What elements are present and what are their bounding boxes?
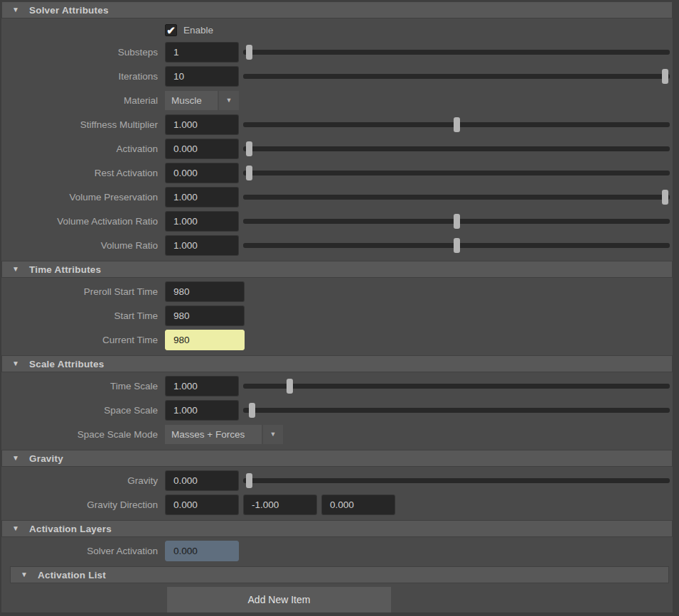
slider-track[interactable]: [243, 478, 670, 483]
space-scale-mode-row: Space Scale Mode Masses + Forces ▼: [1, 424, 673, 445]
substeps-row: Substeps 1: [1, 42, 673, 63]
volume-preservation-field[interactable]: 1.000: [165, 187, 239, 207]
material-dropdown-arrow[interactable]: ▼: [219, 91, 239, 110]
slider-track[interactable]: [243, 408, 670, 413]
start-time-row: Start Time 980: [1, 306, 673, 326]
time-scale-row: Time Scale 1.000: [1, 376, 673, 396]
gravity-row: Gravity 0.000: [1, 470, 673, 491]
activation-field[interactable]: 0.000: [165, 139, 239, 159]
slider-handle[interactable]: [454, 238, 460, 253]
activation-slider[interactable]: [243, 139, 670, 159]
volume-ratio-field[interactable]: 1.000: [165, 235, 239, 256]
section-title: Gravity: [29, 453, 63, 464]
slider-track[interactable]: [243, 50, 670, 55]
collapse-triangle-icon[interactable]: ▼: [2, 455, 29, 462]
slider-handle[interactable]: [662, 190, 668, 205]
gravity-direction-y-field[interactable]: -1.000: [243, 495, 317, 515]
add-new-item-button[interactable]: Add New Item: [167, 587, 391, 612]
space-scale-mode-dropdown-value[interactable]: Masses + Forces: [165, 425, 262, 444]
slider-track[interactable]: [243, 146, 670, 151]
material-dropdown[interactable]: Muscle ▼: [165, 91, 239, 110]
volume-ratio-label: Volume Ratio: [1, 240, 165, 251]
gravity-slider[interactable]: [243, 470, 670, 491]
check-icon: ✔: [166, 25, 176, 36]
slider-handle[interactable]: [454, 214, 460, 229]
collapse-triangle-icon[interactable]: ▼: [2, 525, 29, 532]
space-scale-label: Space Scale: [1, 405, 165, 416]
gravity-field[interactable]: 0.000: [165, 470, 239, 491]
stiffness-multiplier-slider[interactable]: [243, 114, 670, 135]
volume-preservation-label: Volume Preservation: [1, 192, 165, 202]
start-time-label: Start Time: [1, 310, 165, 321]
gravity-direction-label: Gravity Direction: [1, 499, 165, 510]
volume-activation-ratio-slider[interactable]: [243, 211, 670, 232]
start-time-field[interactable]: 980: [165, 306, 245, 326]
slider-handle[interactable]: [249, 403, 255, 418]
activation-row: Activation 0.000: [1, 139, 673, 159]
substeps-field[interactable]: 1: [165, 42, 239, 63]
slider-track[interactable]: [243, 74, 670, 79]
iterations-label: Iterations: [1, 71, 165, 82]
preroll-start-time-field[interactable]: 980: [165, 281, 245, 302]
section-header-activation-layers[interactable]: ▼ Activation Layers: [1, 520, 673, 537]
slider-track[interactable]: [243, 195, 670, 200]
gravity-direction-z-field[interactable]: 0.000: [321, 495, 395, 515]
slider-handle[interactable]: [246, 45, 252, 60]
section-header-time-attributes[interactable]: ▼ Time Attributes: [1, 261, 673, 278]
stiffness-multiplier-label: Stiffness Multiplier: [1, 119, 165, 130]
space-scale-mode-dropdown[interactable]: Masses + Forces ▼: [165, 425, 283, 444]
space-scale-mode-dropdown-arrow[interactable]: ▼: [263, 425, 283, 444]
gravity-direction-x-field[interactable]: 0.000: [165, 495, 239, 515]
slider-handle[interactable]: [662, 69, 668, 84]
stiffness-multiplier-field[interactable]: 1.000: [165, 114, 239, 135]
time-scale-field[interactable]: 1.000: [165, 376, 239, 396]
volume-activation-ratio-row: Volume Activation Ratio 1.000: [1, 211, 673, 232]
solver-activation-field[interactable]: 0.000: [165, 541, 239, 561]
substeps-label: Substeps: [1, 47, 165, 58]
preroll-start-time-row: Preroll Start Time 980: [1, 281, 673, 302]
rest-activation-field[interactable]: 0.000: [165, 163, 239, 183]
section-header-gravity[interactable]: ▼ Gravity: [1, 450, 673, 467]
collapse-triangle-icon[interactable]: ▼: [2, 266, 29, 273]
rest-activation-row: Rest Activation 0.000: [1, 163, 673, 183]
space-scale-mode-label: Space Scale Mode: [1, 429, 165, 440]
section-header-solver-attributes[interactable]: ▼ Solver Attributes: [1, 1, 673, 18]
slider-handle[interactable]: [454, 117, 460, 132]
solver-activation-row: Solver Activation 0.000: [1, 541, 673, 561]
current-time-field[interactable]: 980: [165, 330, 245, 350]
space-scale-row: Space Scale 1.000: [1, 400, 673, 421]
gravity-label: Gravity: [1, 475, 165, 486]
slider-track[interactable]: [243, 384, 670, 389]
iterations-row: Iterations 10: [1, 66, 673, 87]
material-label: Material: [1, 95, 165, 106]
space-scale-slider[interactable]: [243, 400, 670, 421]
section-header-scale-attributes[interactable]: ▼ Scale Attributes: [1, 355, 673, 372]
section-title: Scale Attributes: [29, 359, 104, 369]
current-time-label: Current Time: [1, 335, 165, 345]
time-scale-slider[interactable]: [243, 376, 670, 396]
slider-handle[interactable]: [287, 379, 293, 394]
volume-preservation-slider[interactable]: [243, 187, 670, 207]
gravity-direction-row: Gravity Direction 0.000 -1.000 0.000: [1, 495, 673, 515]
volume-activation-ratio-field[interactable]: 1.000: [165, 211, 239, 232]
slider-track[interactable]: [243, 171, 670, 175]
iterations-slider[interactable]: [243, 66, 670, 87]
chevron-down-icon: ▼: [226, 97, 232, 104]
slider-handle[interactable]: [246, 473, 252, 488]
volume-activation-ratio-label: Volume Activation Ratio: [1, 216, 165, 227]
section-header-activation-list[interactable]: ▼ Activation List: [10, 566, 669, 583]
collapse-triangle-icon[interactable]: ▼: [2, 360, 29, 367]
substeps-slider[interactable]: [243, 42, 670, 63]
rest-activation-slider[interactable]: [243, 163, 670, 183]
space-scale-field[interactable]: 1.000: [165, 400, 239, 421]
slider-handle[interactable]: [246, 141, 252, 156]
volume-ratio-slider[interactable]: [243, 235, 670, 256]
material-row: Material Muscle ▼: [1, 90, 673, 111]
iterations-field[interactable]: 10: [165, 66, 239, 87]
enable-checkbox[interactable]: ✔: [165, 24, 177, 36]
slider-handle[interactable]: [246, 166, 252, 180]
collapse-triangle-icon[interactable]: ▼: [11, 571, 38, 578]
material-dropdown-value[interactable]: Muscle: [165, 91, 218, 110]
section-title: Activation Layers: [29, 524, 112, 534]
collapse-triangle-icon[interactable]: ▼: [2, 6, 29, 13]
